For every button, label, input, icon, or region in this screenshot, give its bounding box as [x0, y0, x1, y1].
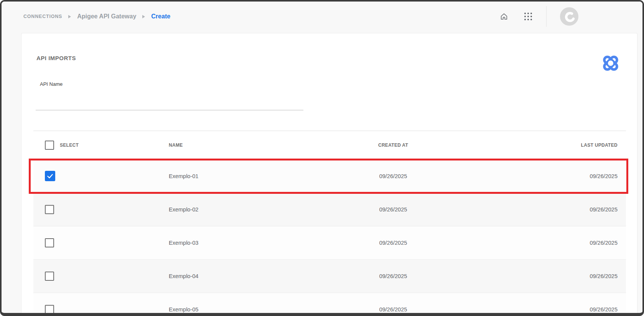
row-checkbox[interactable]	[45, 205, 54, 214]
row-last-updated: 09/26/2025	[458, 273, 626, 279]
row-checkbox[interactable]	[45, 238, 54, 247]
table-row[interactable]: Exemplo-0109/26/202509/26/2025	[33, 159, 626, 193]
apps-grid-icon[interactable]	[524, 12, 533, 21]
app-window: CONNECTIONS Apigee API Gateway Create	[0, 0, 644, 316]
api-imports-table: SELECT NAME CREATED AT LAST UPDATED Exem…	[33, 131, 626, 316]
row-last-updated: 09/26/2025	[458, 206, 626, 213]
header-created-at: CREATED AT	[328, 142, 458, 148]
row-checkbox[interactable]	[45, 272, 54, 281]
topbar-divider	[546, 6, 547, 27]
table-row[interactable]: Exemplo-0509/26/202509/26/2025	[33, 293, 626, 316]
row-last-updated: 09/26/2025	[458, 240, 626, 246]
row-checkbox[interactable]	[45, 305, 54, 314]
breadcrumb: CONNECTIONS Apigee API Gateway Create	[23, 2, 170, 31]
top-bar: CONNECTIONS Apigee API Gateway Create	[2, 2, 642, 33]
checkmark-icon	[46, 172, 54, 180]
home-icon[interactable]	[499, 12, 509, 21]
row-checkbox-checked[interactable]	[45, 171, 55, 181]
row-name: Exemplo-02	[169, 206, 328, 213]
chevron-right-icon	[142, 15, 145, 19]
api-name-input[interactable]	[36, 95, 303, 110]
table-body: Exemplo-0109/26/202509/26/2025Exemplo-02…	[33, 159, 626, 316]
page-title: API IMPORTS	[36, 55, 76, 61]
row-name: Exemplo-01	[169, 173, 328, 179]
row-last-updated: 09/26/2025	[458, 306, 626, 313]
row-last-updated: 09/26/2025	[458, 173, 626, 179]
api-name-label: API Name	[40, 81, 63, 87]
header-name: NAME	[169, 142, 328, 148]
row-created-at: 09/26/2025	[328, 240, 458, 246]
row-created-at: 09/26/2025	[328, 273, 458, 279]
account-avatar[interactable]	[560, 7, 578, 26]
table-header-row: SELECT NAME CREATED AT LAST UPDATED	[33, 131, 626, 159]
breadcrumb-connections[interactable]: CONNECTIONS	[23, 14, 62, 19]
row-created-at: 09/26/2025	[328, 306, 458, 313]
row-created-at: 09/26/2025	[328, 206, 458, 213]
header-last-updated: LAST UPDATED	[458, 142, 626, 148]
topbar-icons	[499, 2, 578, 31]
breadcrumb-create[interactable]: Create	[151, 13, 170, 20]
select-all-checkbox[interactable]	[45, 141, 54, 150]
row-name: Exemplo-03	[169, 240, 328, 246]
chevron-right-icon	[68, 15, 71, 19]
row-name: Exemplo-05	[169, 306, 328, 313]
row-created-at: 09/26/2025	[328, 173, 458, 179]
table-row[interactable]: Exemplo-0209/26/202509/26/2025	[33, 193, 626, 226]
apigee-logo-icon	[600, 53, 621, 75]
breadcrumb-apigee-api-gateway[interactable]: Apigee API Gateway	[77, 13, 136, 20]
api-imports-card: API IMPORTS API Name SELECT NAME CREATED…	[21, 33, 637, 316]
table-row[interactable]: Exemplo-0409/26/202509/26/2025	[33, 259, 626, 293]
row-name: Exemplo-04	[169, 273, 328, 279]
table-row[interactable]: Exemplo-0309/26/202509/26/2025	[33, 226, 626, 259]
header-select: SELECT	[60, 142, 79, 148]
